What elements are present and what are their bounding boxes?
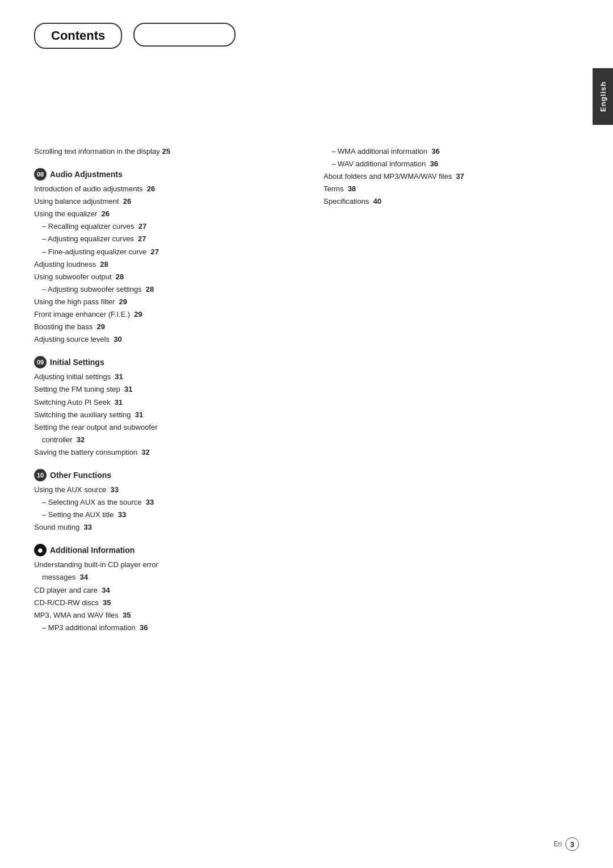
- toc-entry-rear-output: Setting the rear output and subwoofer: [34, 421, 289, 434]
- toc-entry: messages 34: [34, 571, 289, 584]
- toc-entry-controller: controller 32: [34, 434, 289, 446]
- toc-entry: Adjusting initial settings 31: [34, 371, 289, 383]
- page-footer: En 3: [553, 837, 579, 851]
- left-column: Scrolling text information in the displa…: [34, 145, 306, 634]
- header-row: Contents: [0, 23, 613, 49]
- section-10-number: 10: [34, 469, 47, 481]
- toc-entry: – Recalling equalizer curves 27: [34, 220, 289, 233]
- section-09-title: Initial Settings: [50, 358, 104, 367]
- toc-scrolling-text-page: 25: [162, 147, 170, 156]
- toc-entry: CD-R/CD-RW discs 35: [34, 597, 289, 609]
- toc-entry: Using the high pass filter 29: [34, 296, 289, 308]
- toc-entry: MP3, WMA and WAV files 35: [34, 609, 289, 622]
- toc-scrolling-text-label: Scrolling text information in the displa…: [34, 147, 160, 156]
- toc-entry: About folders and MP3/WMA/WAV files 37: [324, 170, 579, 183]
- section-08-number: 08: [34, 168, 47, 181]
- toc-entry: Boosting the bass 29: [34, 321, 289, 333]
- toc-entry: Using balance adjustment 26: [34, 195, 289, 208]
- section-10-entries: Using the AUX source 33 – Selecting AUX …: [34, 484, 289, 534]
- toc-entry: Adjusting loudness 28: [34, 258, 289, 271]
- toc-entry: – MP3 additional information 36: [34, 622, 289, 634]
- section-additional-heading: ● Additional Information: [34, 544, 289, 556]
- section-additional-number: ●: [34, 544, 47, 556]
- toc-entry: Setting the FM tuning step 31: [34, 383, 289, 396]
- section-08-heading: 08 Audio Adjustments: [34, 168, 289, 181]
- toc-entry: Switching Auto PI Seek 31: [34, 396, 289, 409]
- section-09-heading: 09 Initial Settings: [34, 356, 289, 368]
- toc-entry: Adjusting source levels 30: [34, 333, 289, 346]
- toc-entry: – Selecting AUX as the source 33: [34, 496, 289, 509]
- section-09-number: 09: [34, 356, 47, 368]
- toc-entry: Using the AUX source 33: [34, 484, 289, 496]
- toc-entry: Introduction of audio adjustments 26: [34, 183, 289, 195]
- toc-entry: – WAV additional information 36: [324, 158, 579, 170]
- toc-entry: – WMA additional information 36: [324, 145, 579, 158]
- section-additional-entries: Understanding built-in CD player error m…: [34, 559, 289, 634]
- side-tab-english: English: [593, 68, 613, 125]
- section-10-heading: 10 Other Functions: [34, 469, 289, 481]
- section-08-title: Audio Adjustments: [50, 170, 123, 179]
- toc-entry: – Adjusting equalizer curves 27: [34, 233, 289, 245]
- toc-entry: – Setting the AUX title 33: [34, 509, 289, 521]
- toc-entry: Sound muting 33: [34, 521, 289, 534]
- toc-scrolling-text: Scrolling text information in the displa…: [34, 145, 289, 158]
- content-area: Scrolling text information in the displa…: [0, 145, 613, 634]
- toc-entry: CD player and care 34: [34, 584, 289, 597]
- toc-entry: Using subwoofer output 28: [34, 271, 289, 283]
- toc-entry: – Fine-adjusting equalizer curve 27: [34, 246, 289, 258]
- section-10-title: Other Functions: [50, 471, 111, 480]
- toc-entry: Saving the battery consumption 32: [34, 446, 289, 459]
- toc-entry: Terms 38: [324, 183, 579, 195]
- toc-entry: Front image enhancer (F.I.E.) 29: [34, 308, 289, 321]
- section-09-entries: Adjusting initial settings 31 Setting th…: [34, 371, 289, 459]
- toc-entry: Understanding built-in CD player error: [34, 559, 289, 571]
- toc-entry: Specifications 40: [324, 195, 579, 208]
- header-right-box: [133, 23, 236, 47]
- toc-entry: – Adjusting subwoofer settings 28: [34, 283, 289, 296]
- page-title: Contents: [34, 23, 122, 49]
- footer-en-label: En: [553, 840, 562, 848]
- section-additional-title: Additional Information: [50, 546, 135, 555]
- footer-page-number: 3: [565, 837, 579, 851]
- section-08-entries: Introduction of audio adjustments 26 Usi…: [34, 183, 289, 346]
- toc-entry: Switching the auxiliary setting 31: [34, 409, 289, 421]
- toc-entry: Using the equalizer 26: [34, 208, 289, 220]
- page-container: English Contents Scrolling text informat…: [0, 0, 613, 868]
- right-column: – WMA additional information 36 – WAV ad…: [306, 145, 579, 634]
- side-tab-label: English: [599, 81, 607, 112]
